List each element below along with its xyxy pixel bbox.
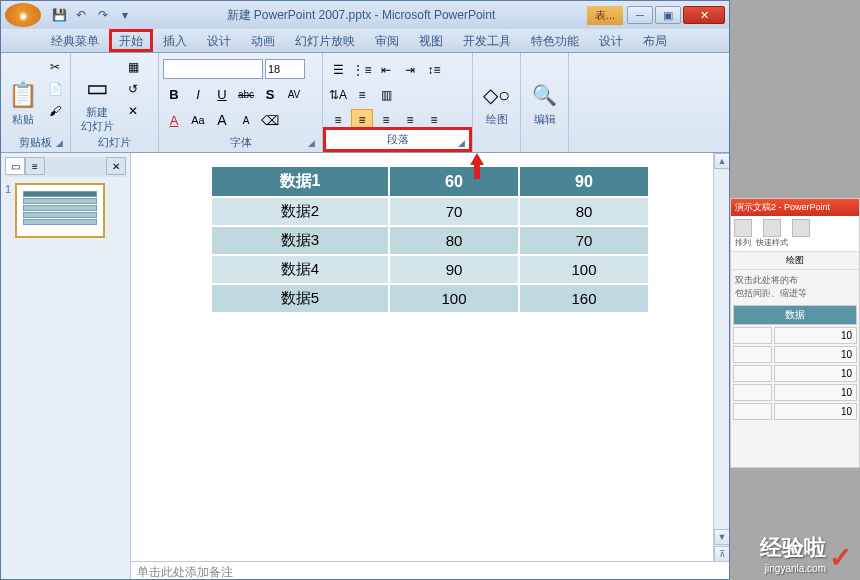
tab-view[interactable]: 视图 [409,29,453,52]
tab-review[interactable]: 审阅 [365,29,409,52]
minimize-button[interactable]: ─ [627,6,653,24]
outline-tab-icon[interactable]: ≡ [25,157,45,175]
table-header-cell[interactable]: 90 [519,166,649,197]
table-cell[interactable]: 80 [389,226,519,255]
side-styles-button[interactable]: 快速样式 [755,218,789,249]
qat-dropdown-icon[interactable]: ▾ [115,5,135,25]
align-text-button[interactable]: ≡ [351,84,373,106]
redo-icon[interactable]: ↷ [93,5,113,25]
numbering-button[interactable]: ⋮≡ [351,59,373,81]
spacing-button[interactable]: AV [283,83,305,105]
office-button[interactable]: ◉ [5,3,41,27]
table-cell[interactable]: 100 [519,255,649,284]
slide-editor[interactable]: 数据1 60 90 数据2 70 80 数据3 80 70 数据4 90 [131,153,729,579]
format-painter-icon[interactable]: 🖌 [45,101,65,121]
paragraph-launcher-icon[interactable]: ◢ [458,138,470,150]
side-arrange-button[interactable]: 排列 [733,218,753,249]
paragraph-label: 段落 [323,127,472,152]
window-controls: ─ ▣ ✕ [627,6,725,24]
indent-dec-button[interactable]: ⇤ [375,59,397,81]
slides-tab-icon[interactable]: ▭ [5,157,25,175]
styles-icon [763,219,781,237]
bold-button[interactable]: B [163,83,185,105]
maximize-button[interactable]: ▣ [655,6,681,24]
side-hint: 双击此处将的布 包括间距、缩进等 [731,270,859,303]
table-cell: 10 [774,403,857,420]
font-size-select[interactable] [265,59,305,79]
tab-home[interactable]: 开始 [109,29,153,52]
shrink-font-button[interactable]: A [235,109,257,131]
reset-icon[interactable]: ↺ [123,79,143,99]
table-cell[interactable]: 160 [519,284,649,313]
undo-icon[interactable]: ↶ [71,5,91,25]
find-icon: 🔍 [529,79,561,111]
prev-slide-icon[interactable]: ⊼ [714,546,729,562]
shadow-button[interactable]: S [259,83,281,105]
table-cell[interactable]: 数据5 [211,284,389,313]
check-icon: ✓ [829,541,852,574]
table-row: 数据1 60 90 [211,166,649,197]
table-cell[interactable]: 100 [389,284,519,313]
underline-button[interactable]: U [211,83,233,105]
notes-area[interactable]: 单击此处添加备注 [131,561,729,579]
slide-thumbnail[interactable]: 1 [5,183,126,238]
table-cell[interactable]: 70 [519,226,649,255]
clipboard-launcher-icon[interactable]: ◢ [56,138,68,150]
context-tab: 表... [587,6,623,25]
close-button[interactable]: ✕ [683,6,725,24]
table-header-cell[interactable]: 60 [389,166,519,197]
line-spacing-button[interactable]: ↕≡ [423,59,445,81]
table-cell[interactable]: 80 [519,197,649,226]
tab-design[interactable]: 设计 [197,29,241,52]
shapes-icon: ◇○ [481,79,513,111]
tab-table-layout[interactable]: 布局 [633,29,677,52]
tab-slideshow[interactable]: 幻灯片放映 [285,29,365,52]
font-launcher-icon[interactable]: ◢ [308,138,320,150]
scroll-up-icon[interactable]: ▲ [714,153,729,169]
vertical-scrollbar[interactable]: ▲ ▼ ⊼ ⊻ [713,153,729,579]
table-cell[interactable]: 数据3 [211,226,389,255]
group-drawing: ◇○ 绘图 [473,53,521,152]
table-header-cell[interactable]: 数据1 [211,166,389,197]
font-family-select[interactable] [163,59,263,79]
table-row: 10 [733,384,857,401]
font-color-button[interactable]: A [163,109,185,131]
table-row: 数据3 80 70 [211,226,649,255]
editing-button[interactable]: 🔍 编辑 [525,55,564,150]
tab-insert[interactable]: 插入 [153,29,197,52]
arrange-icon [734,219,752,237]
delete-slide-icon[interactable]: ✕ [123,101,143,121]
layout-icon[interactable]: ▦ [123,57,143,77]
annotation-arrow-icon [468,153,484,181]
tab-developer[interactable]: 开发工具 [453,29,521,52]
close-panel-icon[interactable]: ✕ [106,157,126,175]
grow-font-button[interactable]: A [211,109,233,131]
bullets-button[interactable]: ☰ [327,59,349,81]
side-toolbar: 排列 快速样式 [731,216,859,252]
clear-format-button[interactable]: ⌫ [259,109,281,131]
table-row: 数据5 100 160 [211,284,649,313]
indent-inc-button[interactable]: ⇥ [399,59,421,81]
tab-animation[interactable]: 动画 [241,29,285,52]
copy-icon[interactable]: 📄 [45,79,65,99]
tab-table-design[interactable]: 设计 [589,29,633,52]
table-cell[interactable]: 90 [389,255,519,284]
table-cell[interactable]: 数据4 [211,255,389,284]
cut-icon[interactable]: ✂ [45,57,65,77]
tab-classic[interactable]: 经典菜单 [41,29,109,52]
tab-features[interactable]: 特色功能 [521,29,589,52]
font-label: 字体 [159,133,322,152]
data-table[interactable]: 数据1 60 90 数据2 70 80 数据3 80 70 数据4 90 [210,165,650,314]
italic-button[interactable]: I [187,83,209,105]
table-cell[interactable]: 数据2 [211,197,389,226]
strike-button[interactable]: abc [235,83,257,105]
columns-button[interactable]: ▥ [375,84,397,106]
case-button[interactable]: Aa [187,109,209,131]
side-fill-button[interactable] [791,218,811,249]
save-icon[interactable]: 💾 [49,5,69,25]
scroll-down-icon[interactable]: ▼ [714,529,729,545]
drawing-button[interactable]: ◇○ 绘图 [477,55,516,150]
table-cell[interactable]: 70 [389,197,519,226]
fill-icon [792,219,810,237]
text-direction-button[interactable]: ⇅A [327,84,349,106]
